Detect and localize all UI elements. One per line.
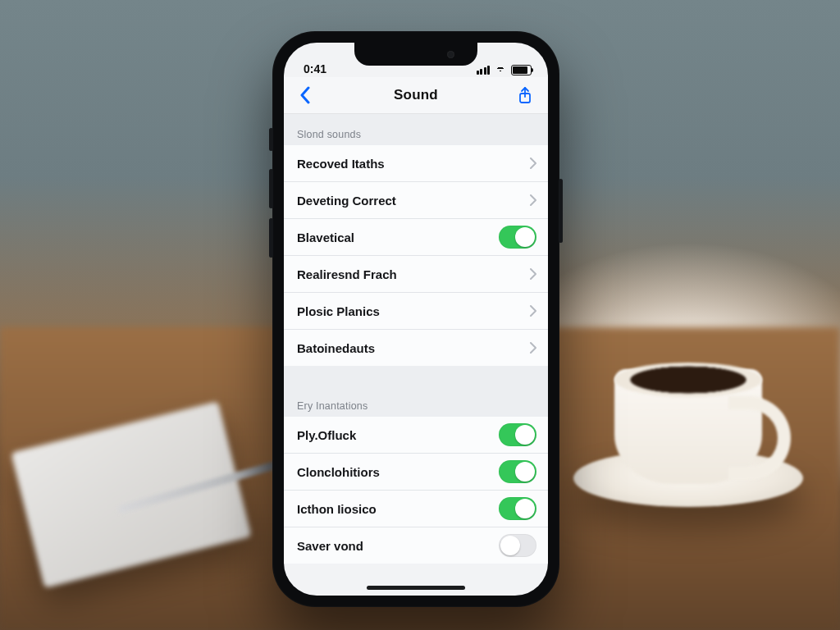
setting-row[interactable]: Deveting Correct [284,182,548,219]
setting-row[interactable]: Realiresnd Frach [284,256,548,293]
back-button[interactable] [290,77,320,113]
setting-row[interactable]: Recoved Itaths [284,145,548,182]
navigation-bar: Sound [284,77,548,114]
toggle-switch[interactable] [499,423,536,446]
setting-label: Saver vond [297,539,363,553]
mute-switch [269,128,273,151]
section-spacer [284,366,548,386]
share-button[interactable] [510,77,540,113]
toggle-switch[interactable] [499,497,536,520]
toggle-switch[interactable] [499,460,536,483]
chevron-left-icon [299,86,311,104]
chevron-right-icon [530,342,536,354]
section-header: Ery Inantations [284,386,548,417]
setting-label: Recoved Itaths [297,157,385,171]
home-indicator[interactable] [367,586,465,590]
battery-icon [511,65,532,75]
setting-label: Plosic Planics [297,304,380,318]
volume-down-button [269,218,273,258]
setting-row[interactable]: Plosic Planics [284,293,548,330]
share-icon [518,86,532,104]
setting-row[interactable]: Ply.Ofluck [284,417,548,454]
chevron-right-icon [530,305,536,317]
volume-up-button [269,169,273,208]
power-button [559,179,563,243]
phone-screen: 0:41 Sound [284,43,548,596]
page-title: Sound [394,87,438,103]
setting-label: Batoinedauts [297,341,375,355]
toggle-switch[interactable] [499,226,536,249]
setting-label: Realiresnd Frach [297,267,397,281]
chevron-right-icon [530,158,536,169]
setting-label: Icthon Iiosico [297,502,377,516]
chevron-right-icon [530,194,536,206]
toggle-switch[interactable] [499,534,536,557]
status-time: 0:41 [304,62,326,75]
wifi-icon [494,66,507,75]
cellular-signal-icon [477,66,491,75]
setting-row[interactable]: Blavetical [284,219,548,256]
setting-label: Ply.Ofluck [297,428,356,442]
setting-row[interactable]: Icthon Iiosico [284,491,548,527]
section-header: Slond sounds [284,114,548,145]
coffee-cup-prop [594,368,783,507]
chevron-right-icon [530,268,536,280]
settings-list[interactable]: Slond sounds Recoved Itaths Deveting Cor… [284,114,548,564]
setting-label: Clonclohitiors [297,465,380,479]
display-notch [354,43,477,66]
setting-row[interactable]: Batoinedauts [284,330,548,366]
setting-label: Deveting Correct [297,194,396,208]
photo-backdrop: 0:41 Sound [0,0,840,630]
setting-row[interactable]: Clonclohitiors [284,454,548,491]
setting-label: Blavetical [297,231,354,244]
settings-group: Recoved Itaths Deveting Correct Blavetic… [284,145,548,366]
setting-row[interactable]: Saver vond [284,527,548,564]
settings-group: Ply.Ofluck Clonclohitiors Icthon Iiosico… [284,417,548,564]
iphone-device: 0:41 Sound [272,31,559,607]
